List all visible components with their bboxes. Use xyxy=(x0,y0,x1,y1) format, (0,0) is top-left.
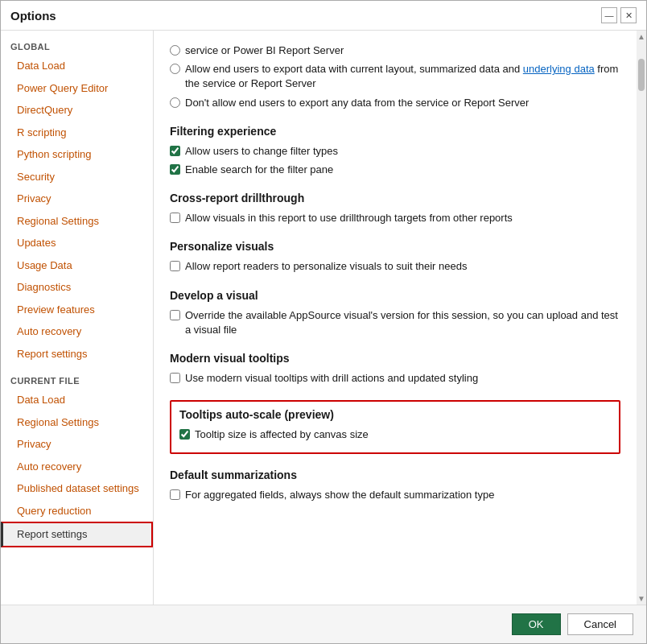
minimize-button[interactable]: — xyxy=(601,7,617,23)
scroll-down-arrow[interactable]: ▼ xyxy=(636,592,646,605)
radio-row-2: Allow end users to export data with curr… xyxy=(170,62,620,91)
sidebar-item-data-load[interactable]: Data Load xyxy=(1,55,153,77)
check-modern-tooltips: Use modern visual tooltips with drill ac… xyxy=(170,371,620,386)
sidebar-item-cf-published-dataset[interactable]: Published dataset settings xyxy=(1,477,153,500)
check-allow-drillthrough: Allow visuals in this report to use dril… xyxy=(170,211,620,225)
checkbox-modern-tooltips[interactable] xyxy=(170,373,180,383)
options-dialog: Options — ✕ GLOBAL Data Load Power Query… xyxy=(0,0,647,644)
label-personalize-visuals: Allow report readers to personalize visu… xyxy=(185,259,467,274)
scrollbar: ▲ ▼ xyxy=(637,31,646,605)
develop-visual-section: Develop a visual Override the available … xyxy=(170,289,620,337)
label-allow-filter-types: Allow users to change filter types xyxy=(185,144,338,159)
radio-service-bi[interactable] xyxy=(170,45,180,56)
ok-button[interactable]: OK xyxy=(512,613,561,635)
label-modern-tooltips: Use modern visual tooltips with drill ac… xyxy=(185,371,478,386)
personalize-visuals-section: Personalize visuals Allow report readers… xyxy=(170,240,620,274)
radio-label-2: Allow end users to export data with curr… xyxy=(185,62,620,91)
sidebar-item-preview-features[interactable]: Preview features xyxy=(1,299,153,321)
sidebar-item-cf-regional-settings[interactable]: Regional Settings xyxy=(1,411,153,434)
sidebar-item-cf-privacy[interactable]: Privacy xyxy=(1,433,153,456)
check-personalize-visuals: Allow report readers to personalize visu… xyxy=(170,259,620,274)
checkbox-enable-search-filter[interactable] xyxy=(170,164,180,175)
filtering-experience-section: Filtering experience Allow users to chan… xyxy=(170,125,620,177)
sidebar-item-cf-query-reduction[interactable]: Query reduction xyxy=(1,500,153,522)
label-tooltips-canvas: Tooltip size is affected by canvas size xyxy=(195,427,369,442)
sidebar-item-r-scripting[interactable]: R scripting xyxy=(1,122,153,144)
develop-visual-title: Develop a visual xyxy=(170,289,620,302)
sidebar-item-report-settings[interactable]: Report settings xyxy=(1,343,153,365)
checkbox-allow-filter-types[interactable] xyxy=(170,146,180,156)
radio-export-current[interactable] xyxy=(170,64,180,74)
sidebar: GLOBAL Data Load Power Query Editor Dire… xyxy=(1,31,154,605)
sidebar-item-directquery[interactable]: DirectQuery xyxy=(1,99,153,122)
sidebar-item-security[interactable]: Security xyxy=(1,166,153,188)
sidebar-item-python-scripting[interactable]: Python scripting xyxy=(1,143,153,166)
checkbox-personalize-visuals[interactable] xyxy=(170,261,180,271)
tooltips-autoscale-section: Tooltips auto-scale (preview) Tooltip si… xyxy=(170,400,620,454)
checkbox-allow-drillthrough[interactable] xyxy=(170,213,180,223)
label-enable-search-filter: Enable search for the filter pane xyxy=(185,163,333,177)
sidebar-item-regional-settings[interactable]: Regional Settings xyxy=(1,210,153,233)
scroll-up-arrow[interactable]: ▲ xyxy=(636,31,646,43)
check-allow-filter-types: Allow users to change filter types xyxy=(170,144,620,159)
check-default-summarization: For aggregated fields, always show the d… xyxy=(170,488,620,502)
default-summarizations-title: Default summarizations xyxy=(170,469,620,481)
label-default-summarization: For aggregated fields, always show the d… xyxy=(185,488,494,502)
check-tooltips-canvas: Tooltip size is affected by canvas size xyxy=(179,427,611,442)
radio-no-export[interactable] xyxy=(170,97,180,108)
scrollbar-thumb[interactable] xyxy=(638,59,645,91)
sidebar-item-usage-data[interactable]: Usage Data xyxy=(1,254,153,277)
modern-tooltips-section: Modern visual tooltips Use modern visual… xyxy=(170,352,620,386)
export-data-section: service or Power BI Report Server Allow … xyxy=(170,43,620,110)
modern-tooltips-title: Modern visual tooltips xyxy=(170,352,620,365)
sidebar-item-cf-data-load[interactable]: Data Load xyxy=(1,389,153,411)
cross-report-title: Cross-report drillthrough xyxy=(170,192,620,204)
sidebar-item-diagnostics[interactable]: Diagnostics xyxy=(1,276,153,299)
dialog-body: GLOBAL Data Load Power Query Editor Dire… xyxy=(1,31,646,605)
underlying-data-link[interactable]: underlying data xyxy=(523,63,595,75)
checkbox-tooltips-canvas[interactable] xyxy=(179,429,190,440)
current-file-section-label: CURRENT FILE xyxy=(1,371,153,389)
sidebar-item-cf-auto-recovery[interactable]: Auto recovery xyxy=(1,456,153,478)
check-develop-visual: Override the available AppSource visual'… xyxy=(170,308,620,337)
sidebar-item-privacy[interactable]: Privacy xyxy=(1,188,153,210)
dialog-footer: OK Cancel xyxy=(1,605,646,643)
label-develop-visual: Override the available AppSource visual'… xyxy=(185,308,620,337)
sidebar-item-cf-report-settings[interactable]: Report settings xyxy=(1,522,153,547)
dialog-title: Options xyxy=(10,9,56,23)
default-summarizations-section: Default summarizations For aggregated fi… xyxy=(170,469,620,502)
window-controls: — ✕ xyxy=(601,7,637,23)
tooltips-autoscale-title: Tooltips auto-scale (preview) xyxy=(179,408,611,421)
label-allow-drillthrough: Allow visuals in this report to use dril… xyxy=(185,211,513,225)
sidebar-item-power-query-editor[interactable]: Power Query Editor xyxy=(1,77,153,100)
sidebar-item-updates[interactable]: Updates xyxy=(1,232,153,254)
personalize-visuals-title: Personalize visuals xyxy=(170,240,620,253)
checkbox-default-summarization[interactable] xyxy=(170,489,180,500)
checkbox-develop-visual[interactable] xyxy=(170,310,180,320)
close-button[interactable]: ✕ xyxy=(620,7,637,23)
check-enable-search-filter: Enable search for the filter pane xyxy=(170,163,620,177)
cross-report-section: Cross-report drillthrough Allow visuals … xyxy=(170,192,620,225)
filtering-experience-title: Filtering experience xyxy=(170,125,620,138)
cancel-button[interactable]: Cancel xyxy=(567,613,633,635)
global-section-label: GLOBAL xyxy=(1,37,153,55)
radio-label-3: Don't allow end users to export any data… xyxy=(185,96,529,110)
radio-label-1: service or Power BI Report Server xyxy=(185,43,344,58)
content-area: service or Power BI Report Server Allow … xyxy=(154,31,637,605)
radio-row-1: service or Power BI Report Server xyxy=(170,43,620,58)
title-bar: Options — ✕ xyxy=(1,1,646,31)
radio-row-3: Don't allow end users to export any data… xyxy=(170,96,620,110)
sidebar-item-auto-recovery[interactable]: Auto recovery xyxy=(1,320,153,343)
